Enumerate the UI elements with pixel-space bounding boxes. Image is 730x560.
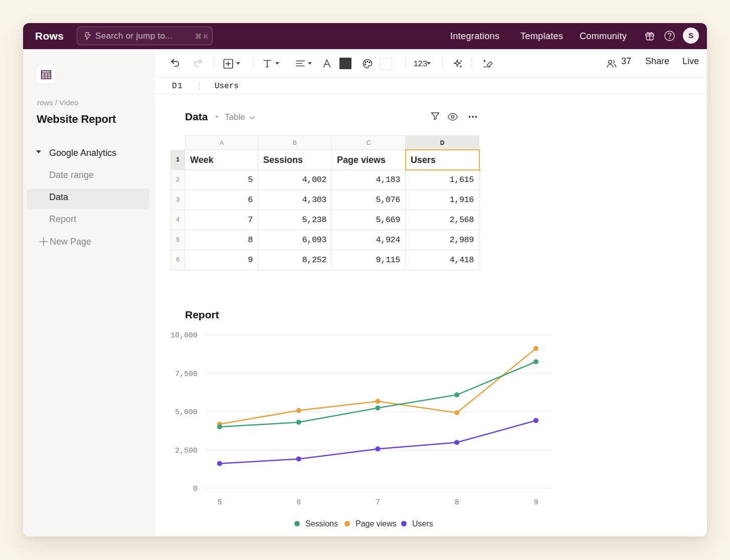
svg-text:7: 7 xyxy=(376,498,380,507)
svg-text:8: 8 xyxy=(455,498,459,507)
svg-text:7,500: 7,500 xyxy=(175,370,198,379)
svg-text:10,000: 10,000 xyxy=(170,331,198,340)
svg-text:9: 9 xyxy=(533,498,538,507)
svg-text:5: 5 xyxy=(217,498,222,507)
svg-text:6: 6 xyxy=(296,498,301,507)
svg-text:2,500: 2,500 xyxy=(175,447,198,455)
svg-text:0: 0 xyxy=(193,485,198,493)
svg-text:5,000: 5,000 xyxy=(175,408,198,417)
